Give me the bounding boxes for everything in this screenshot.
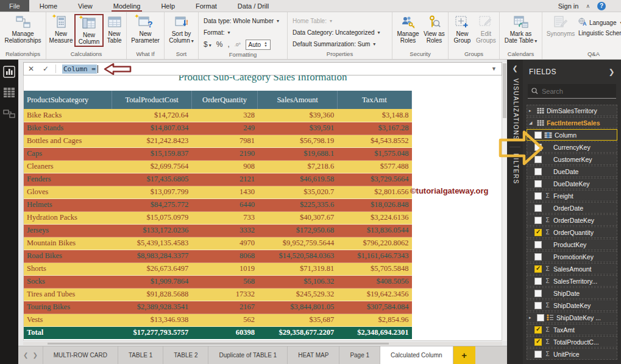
default-summarization-dropdown[interactable]: Default Summarization: Sum▾ xyxy=(293,38,380,49)
data-category-dropdown[interactable]: Data Category: Uncategorized▾ xyxy=(293,27,380,38)
field-checkbox-checked[interactable] xyxy=(534,338,542,346)
formula-input[interactable]: Column = xyxy=(62,65,97,74)
percent-format-button[interactable]: % xyxy=(216,40,223,49)
thousands-separator-button[interactable]: , xyxy=(227,40,229,49)
model-view-icon[interactable] xyxy=(3,107,15,119)
cancel-formula-icon[interactable]: ✕ xyxy=(24,65,38,73)
expand-formula-bar-icon[interactable]: ▼ xyxy=(491,66,497,72)
new-column-button[interactable]: ✦ New Column xyxy=(76,15,102,46)
field-item-unitprice[interactable]: ΣUnitPrice xyxy=(527,348,617,360)
field-item-promotionkey[interactable]: PromotionKey xyxy=(527,251,617,262)
field-checkbox[interactable] xyxy=(534,217,542,224)
field-checkbox-checked[interactable] xyxy=(534,265,542,273)
column-header[interactable]: SalesAmount xyxy=(258,91,337,109)
table-row[interactable]: Hydration Packs$15,075.0979733$40,307.67… xyxy=(24,211,412,224)
field-checkbox[interactable] xyxy=(534,351,542,358)
field-checkbox-checked[interactable] xyxy=(534,229,542,236)
table-row[interactable]: Tires and Tubes$91,828.568817332$245,529… xyxy=(24,288,412,301)
field-item-shipdatekey[interactable]: ΣShipDateKey xyxy=(527,299,617,311)
vertical-scrollbar[interactable] xyxy=(502,62,507,341)
field-checkbox[interactable] xyxy=(534,241,542,248)
table-row[interactable]: Helmets$84,275.7726440$225,335.6$18,026.… xyxy=(24,198,412,211)
field-checkbox[interactable] xyxy=(534,253,542,261)
column-header[interactable]: ProductSubcategory xyxy=(24,91,112,109)
next-page-icon[interactable]: ❯ xyxy=(32,352,37,359)
page-tab-table-1[interactable]: TABLE 1 xyxy=(118,346,163,364)
fields-table-dimsalesterritory[interactable]: ▸DimSalesTerritory xyxy=(527,105,617,116)
new-parameter-button[interactable]: ✦ ? New Parameter xyxy=(129,14,162,44)
field-item-orderquantity[interactable]: ΣOrderQuantity xyxy=(527,226,617,238)
new-page-button[interactable]: + xyxy=(453,346,475,364)
data-type-dropdown[interactable]: Data type: Whole Number▾ xyxy=(204,15,279,26)
collapse-fields-pane-icon[interactable]: ❯ xyxy=(608,68,615,76)
table-row[interactable]: Shorts$26,673.64971019$71,319.81$5,705.5… xyxy=(24,262,412,275)
table-row[interactable]: Road Bikes$8,983,284.33778068$14,520,584… xyxy=(24,250,412,262)
column-header[interactable]: OrderQuantity xyxy=(191,91,258,109)
table-row[interactable]: Caps$15,159.8372190$19,688.1$1,575.048 xyxy=(24,147,412,160)
search-input[interactable] xyxy=(542,88,612,95)
field-item-salesterritory[interactable]: ΣSalesTerritory... xyxy=(527,275,617,287)
linguistic-schema-dropdown[interactable]: Linguistic Schema▾ xyxy=(578,30,621,37)
horizontal-scrollbar[interactable] xyxy=(23,342,502,345)
manage-roles-button[interactable]: Manage Roles xyxy=(394,14,422,44)
stepper-arrows-icon[interactable]: ▲▼ xyxy=(264,41,267,48)
collapse-table-icon[interactable]: ◢ xyxy=(529,121,534,125)
table-row[interactable]: Jerseys$133,172.02363332$172,950.68$13,8… xyxy=(24,224,412,237)
field-item-orderdatekey[interactable]: ΣOrderDateKey xyxy=(527,214,617,226)
table-row[interactable]: Bike Stands$14,807.034249$39,591$3,167.2… xyxy=(24,122,412,135)
table-row[interactable]: Mountain Bikes$5,439,135.45834970$9,952,… xyxy=(24,237,412,250)
expand-field-icon[interactable]: ▸ xyxy=(529,315,534,320)
ribbon-tab-data-drill[interactable]: Data / Drill xyxy=(227,0,279,12)
field-checkbox[interactable] xyxy=(534,205,542,212)
field-checkbox[interactable] xyxy=(534,180,542,187)
table-row[interactable]: Fenders$17,435.68052121$46,619.58$3,729.… xyxy=(24,173,412,186)
decimal-places-stepper[interactable]: Auto ▲▼ xyxy=(246,40,271,50)
field-item-duedatekey[interactable]: DueDateKey xyxy=(527,178,617,189)
field-checkbox[interactable] xyxy=(537,314,544,321)
field-checkbox[interactable] xyxy=(534,290,542,297)
data-view-icon[interactable] xyxy=(3,86,15,99)
table-row[interactable]: Socks$1,909.7864568$5,106.32$408.5056 xyxy=(24,275,412,288)
new-group-button[interactable]: New Group xyxy=(450,14,474,44)
field-item-productkey[interactable]: ProductKey xyxy=(527,239,617,250)
column-header[interactable]: TotalProductCost xyxy=(112,91,191,109)
page-tab-heat-map[interactable]: HEAT MAP xyxy=(288,346,339,364)
field-item-shipdate[interactable]: ShipDate xyxy=(527,287,617,299)
field-item-salesamount[interactable]: ΣSalesAmount xyxy=(527,263,617,275)
sort-by-column-button[interactable]: Sort by Column▾ xyxy=(166,14,196,45)
sign-in-button[interactable]: Sign in xyxy=(558,2,579,10)
table-row[interactable]: Vests$13,346.938562$35,687$2,854.96 xyxy=(24,313,412,326)
field-item-taxamt[interactable]: ΣTaxAmt xyxy=(527,324,617,335)
page-tab-multi-row-card[interactable]: MULTI-ROW CARD xyxy=(43,346,118,364)
language-dropdown[interactable]: A Language▾ xyxy=(578,18,621,27)
expand-pane-icon[interactable]: ❮ xyxy=(507,60,523,75)
ribbon-tab-format[interactable]: Format xyxy=(185,0,227,12)
mark-as-date-table-button[interactable]: Mark as Date Table▾ xyxy=(502,14,540,45)
field-checkbox[interactable] xyxy=(534,302,542,309)
field-item-totalproductc[interactable]: ΣTotalProductC... xyxy=(527,336,617,348)
ribbon-tab-home[interactable]: Home xyxy=(29,0,68,12)
previous-page-icon[interactable]: ❮ xyxy=(23,352,28,359)
new-table-button[interactable]: New Table xyxy=(104,14,124,44)
field-checkbox-checked[interactable] xyxy=(534,326,542,334)
ribbon-tab-help[interactable]: Help xyxy=(151,0,185,12)
file-menu-button[interactable]: File xyxy=(0,0,29,12)
table-row[interactable]: Gloves$13,097.7991430$35,020.7$2,801.656 xyxy=(24,186,412,198)
page-tab-page-1[interactable]: Page 1 xyxy=(339,346,380,364)
help-icon[interactable]: ? xyxy=(597,2,606,10)
fields-search[interactable] xyxy=(528,84,616,99)
field-item-orderdate[interactable]: OrderDate xyxy=(527,202,617,214)
page-tab-table-2[interactable]: TABLE 2 xyxy=(163,346,208,364)
scrollbar-thumb[interactable] xyxy=(503,63,506,118)
page-tab-duplicate-of-table-1[interactable]: Duplicate of TABLE 1 xyxy=(208,346,288,364)
table-row[interactable]: Cleaners$2,699.7564908$7,218.6$577.488 xyxy=(24,160,412,173)
scrollbar-thumb[interactable] xyxy=(48,343,389,345)
table-total-row[interactable]: Total$17,277,793.575760398$29,358,677.22… xyxy=(24,326,412,339)
view-as-roles-button[interactable]: View as Roles xyxy=(422,14,446,44)
format-dropdown[interactable]: Format:▾ xyxy=(204,27,279,38)
field-item-freight[interactable]: ΣFreight xyxy=(527,190,617,201)
field-checkbox[interactable] xyxy=(534,192,542,200)
commit-formula-icon[interactable]: ✓ xyxy=(38,65,53,73)
column-header[interactable]: TaxAmt xyxy=(337,91,411,109)
report-view-icon[interactable] xyxy=(3,66,15,78)
